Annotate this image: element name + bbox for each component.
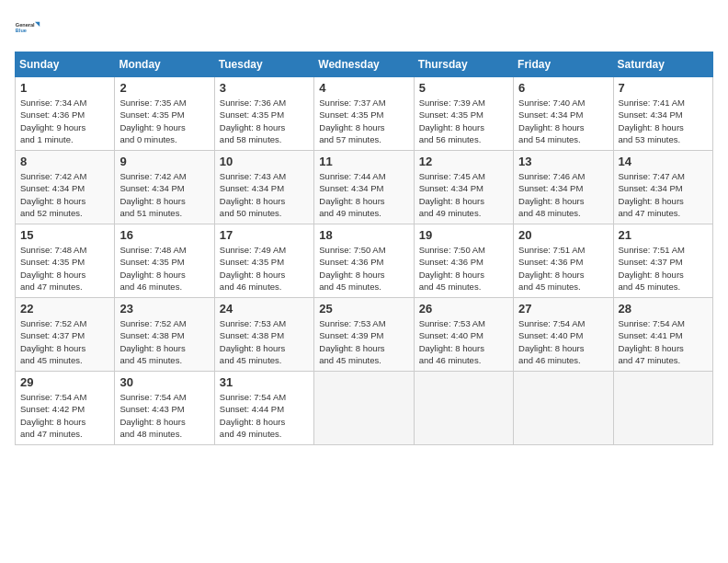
calendar-cell [514,372,613,445]
day-number: 8 [20,155,109,168]
day-number: 1 [20,81,109,95]
calendar-cell: 9Sunrise: 7:42 AM Sunset: 4:34 PM Daylig… [115,151,214,224]
svg-text:General: General [16,22,35,28]
weekday-header-saturday: Saturday [613,52,712,77]
day-info: Sunrise: 7:54 AM Sunset: 4:42 PM Dayligh… [20,391,109,440]
page-header: GeneralBlue [15,15,713,40]
day-info: Sunrise: 7:41 AM Sunset: 4:34 PM Dayligh… [619,97,708,145]
logo-icon: GeneralBlue [15,15,40,40]
day-info: Sunrise: 7:47 AM Sunset: 4:34 PM Dayligh… [619,170,708,219]
day-info: Sunrise: 7:53 AM Sunset: 4:38 PM Dayligh… [220,317,309,366]
logo: GeneralBlue [15,15,40,40]
calendar-cell: 22Sunrise: 7:52 AM Sunset: 4:37 PM Dayli… [16,298,115,372]
calendar-cell [414,372,513,445]
calendar-cell: 14Sunrise: 7:47 AM Sunset: 4:34 PM Dayli… [613,151,712,224]
day-info: Sunrise: 7:39 AM Sunset: 4:35 PM Dayligh… [419,97,508,145]
calendar-cell: 29Sunrise: 7:54 AM Sunset: 4:42 PM Dayli… [16,372,115,445]
calendar-cell: 25Sunrise: 7:53 AM Sunset: 4:39 PM Dayli… [314,298,414,372]
weekday-header-row: SundayMondayTuesdayWednesdayThursdayFrid… [16,52,713,77]
day-info: Sunrise: 7:52 AM Sunset: 4:37 PM Dayligh… [20,317,109,366]
calendar-cell: 23Sunrise: 7:52 AM Sunset: 4:38 PM Dayli… [115,298,214,372]
calendar-cell: 17Sunrise: 7:49 AM Sunset: 4:35 PM Dayli… [214,224,313,298]
weekday-header-monday: Monday [115,52,214,77]
day-number: 12 [419,155,508,168]
calendar-cell: 3Sunrise: 7:36 AM Sunset: 4:35 PM Daylig… [214,77,313,151]
calendar-week-row: 15Sunrise: 7:48 AM Sunset: 4:35 PM Dayli… [16,224,713,298]
calendar-cell: 19Sunrise: 7:50 AM Sunset: 4:36 PM Dayli… [414,224,513,298]
calendar-cell: 5Sunrise: 7:39 AM Sunset: 4:35 PM Daylig… [414,77,513,151]
day-info: Sunrise: 7:54 AM Sunset: 4:44 PM Dayligh… [220,391,309,440]
calendar-cell: 1Sunrise: 7:34 AM Sunset: 4:36 PM Daylig… [16,77,115,151]
calendar-cell: 18Sunrise: 7:50 AM Sunset: 4:36 PM Dayli… [314,224,414,298]
day-number: 14 [619,155,708,168]
day-number: 13 [518,155,608,168]
day-number: 10 [220,155,309,168]
weekday-header-sunday: Sunday [16,52,115,77]
day-number: 4 [319,81,408,95]
day-number: 5 [419,81,508,95]
day-number: 22 [20,302,109,316]
calendar-cell: 30Sunrise: 7:54 AM Sunset: 4:43 PM Dayli… [115,372,214,445]
calendar-cell: 10Sunrise: 7:43 AM Sunset: 4:34 PM Dayli… [214,151,313,224]
weekday-header-thursday: Thursday [414,52,513,77]
day-info: Sunrise: 7:49 AM Sunset: 4:35 PM Dayligh… [220,244,309,293]
day-info: Sunrise: 7:37 AM Sunset: 4:35 PM Dayligh… [319,97,408,145]
day-number: 18 [319,228,408,242]
calendar-cell: 12Sunrise: 7:45 AM Sunset: 4:34 PM Dayli… [414,151,513,224]
calendar-cell: 20Sunrise: 7:51 AM Sunset: 4:36 PM Dayli… [514,224,613,298]
weekday-header-friday: Friday [514,52,613,77]
day-number: 16 [119,228,209,242]
day-info: Sunrise: 7:54 AM Sunset: 4:40 PM Dayligh… [518,317,608,366]
day-info: Sunrise: 7:35 AM Sunset: 4:35 PM Dayligh… [119,97,209,145]
day-info: Sunrise: 7:50 AM Sunset: 4:36 PM Dayligh… [319,244,408,293]
calendar-cell: 26Sunrise: 7:53 AM Sunset: 4:40 PM Dayli… [414,298,513,372]
day-number: 27 [518,302,608,316]
day-number: 23 [119,302,209,316]
calendar-table: SundayMondayTuesdayWednesdayThursdayFrid… [15,52,713,445]
day-number: 11 [319,155,408,168]
day-number: 26 [419,302,508,316]
day-info: Sunrise: 7:53 AM Sunset: 4:40 PM Dayligh… [419,317,508,366]
day-number: 30 [119,375,209,389]
day-number: 15 [20,228,109,242]
calendar-cell: 8Sunrise: 7:42 AM Sunset: 4:34 PM Daylig… [16,151,115,224]
day-number: 31 [220,375,309,389]
calendar-cell: 21Sunrise: 7:51 AM Sunset: 4:37 PM Dayli… [613,224,712,298]
calendar-cell [314,372,414,445]
day-info: Sunrise: 7:45 AM Sunset: 4:34 PM Dayligh… [419,170,508,219]
day-number: 3 [220,81,309,95]
day-number: 20 [518,228,608,242]
day-info: Sunrise: 7:46 AM Sunset: 4:34 PM Dayligh… [518,170,608,219]
weekday-header-wednesday: Wednesday [314,52,414,77]
calendar-cell: 27Sunrise: 7:54 AM Sunset: 4:40 PM Dayli… [514,298,613,372]
calendar-week-row: 1Sunrise: 7:34 AM Sunset: 4:36 PM Daylig… [16,77,713,151]
calendar-week-row: 29Sunrise: 7:54 AM Sunset: 4:42 PM Dayli… [16,372,713,445]
svg-text:Blue: Blue [16,28,27,33]
calendar-cell: 28Sunrise: 7:54 AM Sunset: 4:41 PM Dayli… [613,298,712,372]
day-info: Sunrise: 7:48 AM Sunset: 4:35 PM Dayligh… [119,244,209,293]
day-number: 2 [119,81,209,95]
svg-marker-2 [35,22,40,27]
weekday-header-tuesday: Tuesday [214,52,313,77]
day-number: 9 [119,155,209,168]
day-number: 29 [20,375,109,389]
day-info: Sunrise: 7:40 AM Sunset: 4:34 PM Dayligh… [518,97,608,145]
day-number: 17 [220,228,309,242]
calendar-cell: 4Sunrise: 7:37 AM Sunset: 4:35 PM Daylig… [314,77,414,151]
day-info: Sunrise: 7:53 AM Sunset: 4:39 PM Dayligh… [319,317,408,366]
day-info: Sunrise: 7:50 AM Sunset: 4:36 PM Dayligh… [419,244,508,293]
day-number: 19 [419,228,508,242]
day-number: 6 [518,81,608,95]
day-number: 28 [619,302,708,316]
day-info: Sunrise: 7:54 AM Sunset: 4:41 PM Dayligh… [619,317,708,366]
day-info: Sunrise: 7:34 AM Sunset: 4:36 PM Dayligh… [20,97,109,145]
calendar-cell [613,372,712,445]
calendar-cell: 15Sunrise: 7:48 AM Sunset: 4:35 PM Dayli… [16,224,115,298]
day-info: Sunrise: 7:54 AM Sunset: 4:43 PM Dayligh… [119,391,209,440]
calendar-cell: 13Sunrise: 7:46 AM Sunset: 4:34 PM Dayli… [514,151,613,224]
day-info: Sunrise: 7:42 AM Sunset: 4:34 PM Dayligh… [119,170,209,219]
day-info: Sunrise: 7:36 AM Sunset: 4:35 PM Dayligh… [220,97,309,145]
day-number: 25 [319,302,408,316]
day-info: Sunrise: 7:51 AM Sunset: 4:37 PM Dayligh… [619,244,708,293]
day-number: 24 [220,302,309,316]
